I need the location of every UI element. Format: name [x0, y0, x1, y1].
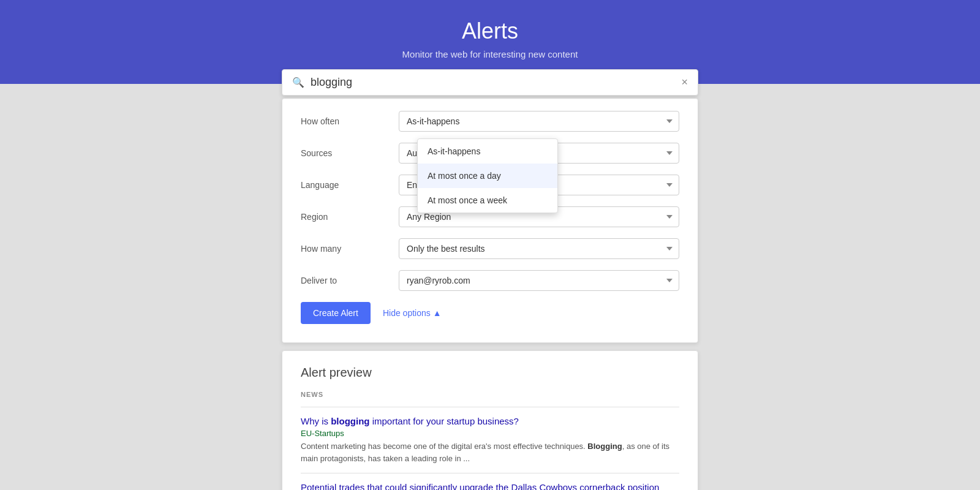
- page-title: Alerts: [0, 18, 980, 44]
- divider-1: [301, 407, 679, 407]
- language-label: Language: [301, 180, 399, 190]
- how-many-row: How many Only the best results All resul…: [301, 238, 679, 259]
- clear-icon[interactable]: ×: [681, 76, 688, 89]
- how-often-dropdown-popup: As-it-happens At most once a day At most…: [417, 138, 558, 213]
- dropdown-item-as-it-happens[interactable]: As-it-happens: [418, 139, 557, 164]
- region-label: Region: [301, 212, 399, 222]
- deliver-to-label: Deliver to: [301, 276, 399, 285]
- news-item-2-title[interactable]: Potential trades that could significantl…: [301, 482, 679, 490]
- deliver-to-select[interactable]: ryan@ryrob.com: [399, 270, 679, 291]
- news-item-1-snippet: Content marketing has become one of the …: [301, 440, 679, 464]
- sources-label: Sources: [301, 148, 399, 158]
- search-input[interactable]: [311, 76, 681, 89]
- how-often-row: How often As-it-happens At most once a d…: [301, 111, 679, 132]
- how-often-label: How often: [301, 116, 399, 126]
- hide-options-label: Hide options: [383, 308, 431, 318]
- main-content: 🔍 × How often As-it-happens At most once…: [0, 84, 980, 490]
- create-alert-button[interactable]: Create Alert: [301, 302, 371, 324]
- news-item-1-title[interactable]: Why is blogging important for your start…: [301, 416, 679, 426]
- news-item-1-source: EU-Startups: [301, 429, 679, 438]
- buttons-row: Create Alert Hide options ▲: [301, 302, 679, 324]
- search-container: 🔍 ×: [282, 69, 698, 96]
- news-item-1: Why is blogging important for your start…: [301, 416, 679, 464]
- options-card: How often As-it-happens At most once a d…: [282, 98, 698, 343]
- page-subtitle: Monitor the web for interesting new cont…: [0, 49, 980, 59]
- search-bar: 🔍 ×: [282, 69, 698, 96]
- preview-card: Alert preview NEWS Why is blogging impor…: [282, 350, 698, 490]
- chevron-up-icon: ▲: [433, 308, 442, 318]
- how-many-label: How many: [301, 244, 399, 254]
- news-label: NEWS: [301, 391, 679, 398]
- preview-title: Alert preview: [301, 366, 679, 380]
- how-often-select[interactable]: As-it-happens At most once a day At most…: [399, 111, 679, 132]
- search-icon: 🔍: [292, 77, 304, 88]
- divider-2: [301, 473, 679, 473]
- how-many-select[interactable]: Only the best results All results: [399, 238, 679, 259]
- deliver-to-row: Deliver to ryan@ryrob.com: [301, 270, 679, 291]
- hide-options-link[interactable]: Hide options ▲: [383, 308, 442, 318]
- dropdown-item-once-a-week[interactable]: At most once a week: [418, 188, 557, 213]
- news-item-2: Potential trades that could significantl…: [301, 482, 679, 490]
- dropdown-item-once-a-day[interactable]: At most once a day: [418, 164, 557, 188]
